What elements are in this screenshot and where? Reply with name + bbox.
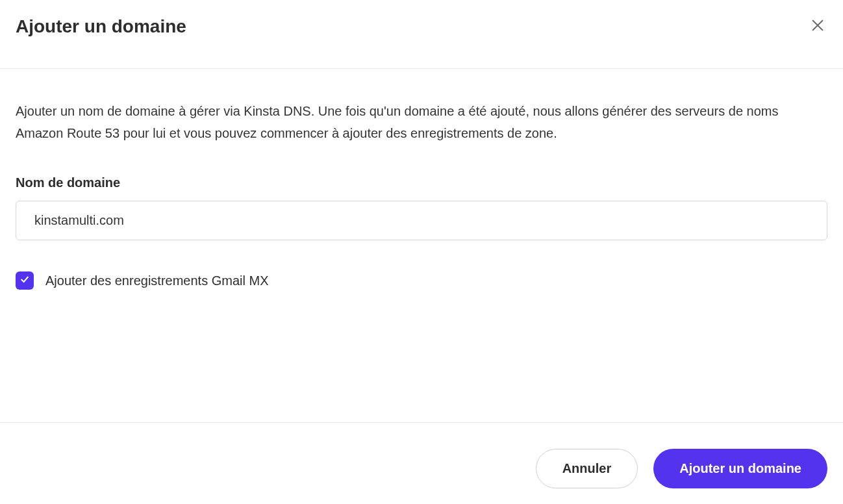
check-icon	[19, 274, 30, 287]
cancel-button[interactable]: Annuler	[536, 449, 638, 488]
modal-description: Ajouter un nom de domaine à gérer via Ki…	[16, 100, 827, 144]
add-domain-button[interactable]: Ajouter un domaine	[653, 449, 827, 488]
modal-body: Ajouter un nom de domaine à gérer via Ki…	[0, 69, 843, 422]
domain-input[interactable]	[16, 201, 827, 240]
close-button[interactable]	[808, 16, 827, 37]
add-domain-modal: Ajouter un domaine Ajouter un nom de dom…	[0, 0, 843, 504]
gmail-mx-checkbox-label: Ajouter des enregistrements Gmail MX	[45, 273, 268, 288]
close-icon	[811, 18, 825, 34]
domain-label: Nom de domaine	[16, 175, 827, 190]
gmail-mx-checkbox[interactable]	[16, 271, 34, 290]
modal-header: Ajouter un domaine	[0, 0, 843, 69]
modal-title: Ajouter un domaine	[16, 16, 186, 37]
gmail-mx-checkbox-row: Ajouter des enregistrements Gmail MX	[16, 271, 827, 290]
modal-footer: Annuler Ajouter un domaine	[0, 422, 843, 504]
